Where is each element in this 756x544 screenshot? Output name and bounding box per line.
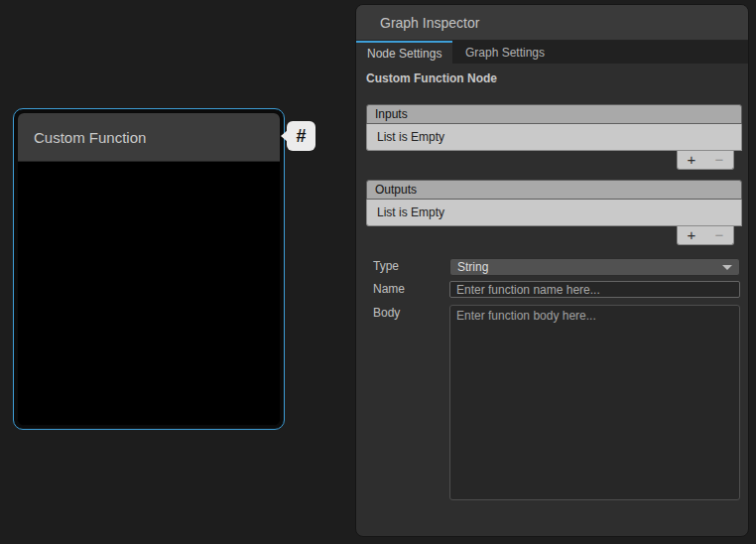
- node-frame: Custom Function: [17, 112, 281, 426]
- inputs-list-footer: + −: [677, 151, 734, 170]
- type-dropdown[interactable]: String: [449, 258, 740, 276]
- tab-graph-settings[interactable]: Graph Settings: [452, 41, 558, 64]
- outputs-list-header-label: Outputs: [375, 183, 417, 197]
- name-input[interactable]: [449, 281, 740, 298]
- tab-node-settings[interactable]: Node Settings: [356, 41, 452, 64]
- tab-bar: Node Settings Graph Settings: [356, 41, 748, 64]
- badge-tail-icon: [281, 130, 288, 142]
- outputs-list-footer: + −: [677, 226, 734, 245]
- node-preview-area: [18, 162, 280, 425]
- name-label: Name: [373, 282, 405, 296]
- graph-inspector-panel: Graph Inspector Node Settings Graph Sett…: [355, 4, 749, 537]
- outputs-list-empty-row: List is Empty: [366, 200, 742, 226]
- hash-badge[interactable]: #: [287, 121, 315, 151]
- chevron-down-icon: [722, 265, 732, 270]
- outputs-list-header: Outputs: [366, 180, 742, 200]
- type-dropdown-value: String: [457, 260, 488, 274]
- type-label: Type: [373, 259, 399, 273]
- body-label: Body: [373, 306, 400, 320]
- inputs-list-header-label: Inputs: [375, 107, 408, 121]
- section-title: Custom Function Node: [366, 71, 497, 85]
- inputs-list: Inputs List is Empty + −: [366, 104, 742, 170]
- outputs-add-button[interactable]: +: [686, 227, 698, 243]
- tab-graph-settings-label: Graph Settings: [465, 46, 545, 60]
- body-textarea[interactable]: [449, 305, 740, 500]
- hash-icon: #: [296, 126, 306, 147]
- inputs-list-empty-row: List is Empty: [366, 124, 742, 151]
- inputs-remove-button[interactable]: −: [713, 152, 726, 168]
- node-title-bar[interactable]: Custom Function: [18, 113, 280, 162]
- panel-title: Graph Inspector: [380, 15, 479, 31]
- inputs-empty-label: List is Empty: [377, 130, 444, 144]
- tab-node-settings-label: Node Settings: [367, 47, 441, 61]
- inputs-list-header: Inputs: [366, 104, 742, 124]
- inputs-add-button[interactable]: +: [686, 152, 698, 168]
- custom-function-node[interactable]: Custom Function: [13, 108, 285, 430]
- outputs-list: Outputs List is Empty + −: [366, 180, 742, 245]
- node-title: Custom Function: [34, 129, 146, 146]
- outputs-remove-button[interactable]: −: [713, 227, 726, 243]
- outputs-empty-label: List is Empty: [377, 205, 444, 219]
- panel-content: Custom Function Node Inputs List is Empt…: [356, 64, 748, 536]
- panel-title-bar: Graph Inspector: [356, 5, 748, 41]
